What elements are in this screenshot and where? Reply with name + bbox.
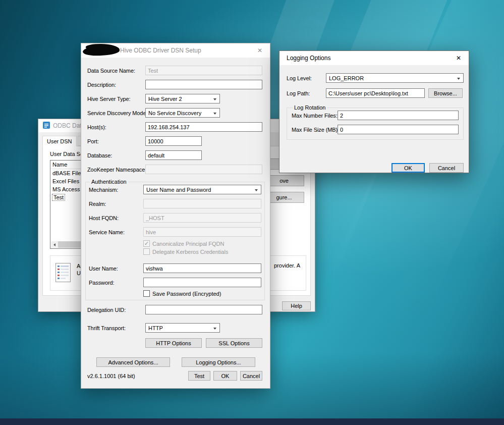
thrift-transport-label: Thrift Transport:: [87, 325, 145, 331]
description-row: Description:: [87, 80, 262, 89]
password-label: Password:: [89, 280, 143, 286]
logging-dialog-titlebar[interactable]: Logging Options ✕: [279, 51, 469, 65]
logging-options-dialog: Logging Options ✕ Log Level: LOG_ERROR L…: [279, 50, 469, 173]
test-button[interactable]: Test: [188, 371, 210, 381]
chevron-down-icon: [255, 189, 258, 191]
log-level-row: Log Level: LOG_ERROR: [287, 73, 464, 83]
log-path-input[interactable]: [326, 88, 425, 98]
hive-server-type-row: Hive Server Type: Hive Server 2: [87, 94, 262, 103]
ssl-options-label: SSL Options: [218, 340, 249, 346]
max-file-size-input[interactable]: [338, 125, 459, 134]
log-rotation-group-title: Log Rotation: [293, 104, 327, 111]
hive-dialog-titlebar[interactable]: Hive ODBC Driver DSN Setup ✕: [81, 43, 270, 58]
log-level-select[interactable]: LOG_ERROR: [326, 73, 464, 83]
ok-button[interactable]: OK: [213, 371, 237, 381]
desktop-bottom-band: [0, 418, 504, 425]
thrift-transport-select[interactable]: HTTP: [145, 323, 220, 333]
options-row: Advanced Options... Logging Options...: [96, 357, 262, 367]
hive-server-type-value: Hive Server 2: [148, 96, 182, 102]
host-fqdn-input: [143, 213, 261, 223]
logging-dialog-title: Logging Options: [287, 55, 330, 62]
realm-label: Realm:: [89, 201, 143, 207]
mechanism-row: Mechanism: User Name and Password: [89, 185, 261, 194]
tab-user-dsn[interactable]: User DSN: [42, 136, 77, 146]
hive-dialog-body: Data Source Name: Description: Hive Serv…: [81, 58, 270, 389]
tab-user-dsn-label: User DSN: [47, 138, 72, 144]
http-options-label: HTTP Options: [156, 340, 191, 346]
chevron-down-icon: [213, 98, 216, 100]
service-name-label: Service Name:: [89, 229, 143, 235]
close-icon[interactable]: ✕: [449, 51, 469, 65]
mechanism-select[interactable]: User Name and Password: [143, 185, 261, 194]
save-password-checkbox[interactable]: [143, 290, 150, 297]
service-name-input: [143, 227, 261, 237]
dsn-name: Test: [52, 194, 65, 200]
ssl-options-button[interactable]: SSL Options: [206, 338, 262, 348]
ok-button[interactable]: OK: [391, 163, 425, 173]
max-number-files-input[interactable]: [338, 111, 459, 120]
driver-version-label: v2.6.1.1001 (64 bit): [87, 373, 135, 379]
odbc-datasource-icon: [55, 263, 71, 283]
help-button[interactable]: Help: [282, 301, 311, 310]
advanced-options-button[interactable]: Advanced Options...: [96, 357, 170, 367]
database-input[interactable]: [145, 150, 202, 160]
max-file-size-row: Max File Size (MB):: [292, 125, 459, 134]
cancel-button[interactable]: Cancel: [240, 371, 262, 381]
save-password-row: Save Password (Encrypted): [143, 290, 261, 297]
logging-options-label: Logging Options...: [196, 359, 241, 365]
logging-options-button[interactable]: Logging Options...: [182, 357, 255, 367]
advanced-options-label: Advanced Options...: [108, 359, 158, 365]
log-path-row: Log Path: Browse...: [287, 88, 464, 98]
database-label: Database:: [87, 152, 145, 158]
cancel-button-label: Cancel: [243, 373, 260, 379]
hive-server-type-select[interactable]: Hive Server 2: [145, 94, 220, 103]
service-discovery-mode-label: Service Discovery Mode:: [87, 110, 145, 116]
logging-buttons-row: OK Cancel: [287, 163, 464, 173]
authentication-group: Authentication Mechanism: User Name and …: [85, 179, 265, 300]
user-name-row: User Name:: [89, 263, 261, 273]
description-label: Description:: [87, 82, 145, 88]
password-input[interactable]: [143, 278, 261, 287]
cancel-button[interactable]: Cancel: [429, 163, 464, 173]
checkmark-icon: ✓: [144, 241, 149, 246]
odbc-app-icon: [43, 122, 50, 130]
user-name-label: User Name:: [89, 265, 143, 272]
info-text-fragment: provider. A: [274, 262, 300, 269]
http-options-button[interactable]: HTTP Options: [145, 338, 202, 348]
redaction-scribble: [83, 44, 120, 57]
service-discovery-mode-value: No Service Discovery: [148, 110, 201, 116]
host-fqdn-row: Host FQDN:: [89, 213, 261, 223]
canonicalize-principal-fqdn-checkbox: ✓: [143, 240, 150, 247]
dsn-name: dBASE Files: [52, 170, 84, 176]
service-discovery-mode-row: Service Discovery Mode: No Service Disco…: [87, 108, 262, 118]
delegate-kerberos-row: Delegate Kerberos Credentials: [143, 248, 261, 255]
password-row: Password:: [89, 278, 261, 287]
user-name-input[interactable]: [143, 263, 261, 273]
hosts-input[interactable]: [145, 122, 262, 132]
browse-button[interactable]: Browse...: [428, 88, 463, 98]
dsn-name: Excel Files: [52, 178, 79, 184]
port-row: Port:: [87, 136, 262, 146]
zookeeper-namespace-row: ZooKeeper Namespace:: [87, 165, 262, 174]
port-label: Port:: [87, 138, 145, 144]
delegation-uid-input[interactable]: [145, 305, 262, 314]
log-rotation-group: Log Rotation Max Number Files: Max File …: [287, 104, 464, 140]
database-row: Database:: [87, 150, 262, 160]
save-password-label: Save Password (Encrypted): [152, 291, 221, 297]
chevron-down-icon: [213, 113, 216, 115]
name-column-label: Name: [52, 162, 67, 168]
port-input[interactable]: [145, 136, 202, 146]
log-path-label: Log Path:: [287, 90, 326, 96]
log-level-label: Log Level:: [287, 75, 326, 81]
hive-bottom-row: v2.6.1.1001 (64 bit) Test OK Cancel: [87, 371, 262, 381]
help-button-label: Help: [291, 303, 302, 309]
scroll-left-icon[interactable]: [51, 241, 58, 248]
description-input[interactable]: [145, 80, 262, 89]
close-icon[interactable]: ✕: [250, 43, 270, 58]
zookeeper-namespace-label: ZooKeeper Namespace:: [87, 167, 145, 173]
test-button-label: Test: [194, 373, 204, 379]
service-discovery-mode-select[interactable]: No Service Discovery: [145, 108, 220, 118]
max-number-files-label: Max Number Files:: [292, 113, 338, 119]
thrift-transport-row: Thrift Transport: HTTP: [87, 323, 262, 333]
canonicalize-principal-fqdn-label: Canonicalize Principal FQDN: [152, 241, 224, 247]
